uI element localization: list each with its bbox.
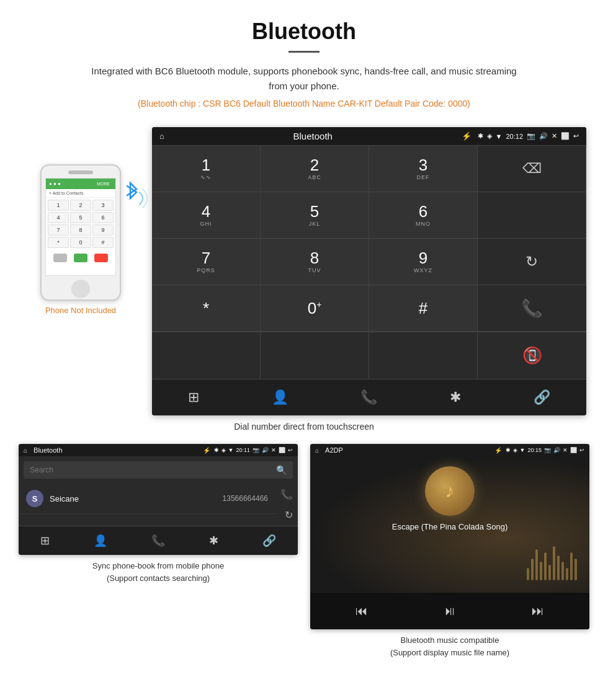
dial-tool-grid[interactable]: ⊞ [181,386,207,409]
pb-bt: ✱ [214,447,219,453]
dial-empty-extra-1 [152,332,261,379]
phone-screen-header: ● ● ● MORE [46,179,115,189]
pb-cam: 📷 [253,447,259,453]
dial-key-backspace[interactable]: ⌫ [478,146,586,192]
dial-key-3[interactable]: 3DEF [369,146,478,192]
ds-location-icon: ◈ [487,132,492,140]
ms-cam: 📷 [544,447,551,453]
phone-key[interactable]: 4 [48,212,69,223]
dial-key-1[interactable]: 1∿∿ [152,146,261,192]
ms-close[interactable]: ✕ [563,447,568,453]
dial-key-refresh[interactable]: ↻ [478,239,586,285]
music-item: ⌂ A2DP ⚡ ✱ ◈ ▼ 20:15 📷 🔊 ✕ ⬜ ↩ [310,444,589,658]
pb-win[interactable]: ⬜ [279,447,285,453]
dial-key-star[interactable]: * [152,285,261,332]
dial-key-9[interactable]: 9WXYZ [369,239,478,285]
phone-key[interactable]: 1 [48,200,69,211]
dial-key-8[interactable]: 8TUV [261,239,369,285]
ds-close-icon[interactable]: ✕ [552,132,557,140]
pb-side-phone-icon[interactable]: 📞 [280,489,293,500]
phone-bottom-bar [46,251,115,265]
dial-key-5[interactable]: 5JKL [261,192,369,239]
music-controls: ⏮ ⏯ ⏭ [310,593,589,629]
phone-home-btn[interactable] [71,280,90,298]
pb-close[interactable]: ✕ [271,447,276,453]
ds-status-icons: ✱ ◈ ▼ 20:12 📷 🔊 ✕ ⬜ ↩ [478,132,579,140]
ms-back[interactable]: ↩ [579,447,584,453]
phone-key[interactable]: 2 [70,200,91,211]
phone-end-button[interactable] [94,254,108,262]
ms-bt: ✱ [506,447,511,453]
music-album-art: ♪ [425,466,475,516]
dial-toolbar: ⊞ 👤 📞 ✱ 🔗 [152,379,586,415]
eq-bar [527,568,529,580]
pb-status-icons: ✱ ◈ ▼ 20:11 📷 🔊 ✕ ⬜ ↩ [214,447,293,453]
dial-tool-contacts[interactable]: 👤 [264,386,296,409]
ds-home-icon[interactable]: ⌂ [159,131,164,141]
page-title: Bluetooth [12,19,596,45]
phone-key[interactable]: 6 [92,212,114,223]
ms-win[interactable]: ⬜ [570,447,577,453]
phone-key[interactable]: 7 [48,224,69,236]
pb-tool-grid[interactable]: ⊞ [34,531,56,550]
dial-tool-phone[interactable]: 📞 [353,386,385,409]
dial-tool-bluetooth[interactable]: ✱ [442,386,468,409]
pb-back[interactable]: ↩ [288,447,293,453]
bottom-section: ⌂ Bluetooth ⚡ ✱ ◈ ▼ 20:11 📷 🔊 ✕ ⬜ ↩ [0,444,608,671]
phone-key[interactable]: * [48,237,69,248]
pb-search-input[interactable] [30,466,272,474]
dial-key-7[interactable]: 7PQRS [152,239,261,285]
dial-empty-extra-2 [261,332,369,379]
pb-contact-row[interactable]: S Seicane 13566664466 [19,484,275,514]
phone-key[interactable]: 0 [70,237,91,248]
pb-statusbar: ⌂ Bluetooth ⚡ ✱ ◈ ▼ 20:11 📷 🔊 ✕ ⬜ ↩ [19,444,298,456]
pb-tool-contacts[interactable]: 👤 [87,531,114,550]
dial-key-call-green[interactable]: 📞 [478,285,586,332]
ds-window-icon[interactable]: ⬜ [561,132,570,140]
ds-time: 20:12 [506,133,523,140]
music-next-button[interactable]: ⏭ [523,600,553,622]
eq-bar [566,568,568,580]
phone-back-button[interactable] [53,254,67,262]
dial-key-hash[interactable]: # [369,285,478,332]
pb-side-refresh-icon[interactable]: ↻ [285,509,293,521]
pb-tool-bluetooth[interactable]: ✱ [203,531,225,550]
pb-search-bar: 🔍 [24,461,293,479]
main-dial-section: ● ● ● MORE + Add to Contacts 1 2 3 4 5 6… [0,127,608,415]
dial-tool-link[interactable]: 🔗 [526,386,558,409]
music-prev-button[interactable]: ⏮ [347,600,377,622]
phonebook-item: ⌂ Bluetooth ⚡ ✱ ◈ ▼ 20:11 📷 🔊 ✕ ⬜ ↩ [19,444,298,658]
pb-contact-list: S Seicane 13566664466 [19,484,275,526]
phone-key[interactable]: # [92,237,114,248]
pb-home-icon[interactable]: ⌂ [24,447,27,454]
eq-bar [570,552,573,580]
dial-key-call-red[interactable]: 📵 [478,332,586,379]
pb-loc: ◈ [221,447,226,453]
eq-bar [540,562,542,580]
pb-tool-phone[interactable]: 📞 [145,531,171,550]
title-divider [288,51,320,53]
pb-tool-link[interactable]: 🔗 [256,531,282,550]
phone-call-button[interactable] [74,254,87,262]
dial-key-0[interactable]: 0+ [261,285,369,332]
dial-key-4[interactable]: 4GHI [152,192,261,239]
ms-home-icon[interactable]: ⌂ [315,447,319,454]
pb-caption: Sync phone-book from mobile phone(Suppor… [92,560,224,584]
phone-key[interactable]: 8 [70,224,91,236]
music-play-pause-button[interactable]: ⏯ [435,600,465,622]
dial-key-2[interactable]: 2ABC [261,146,369,192]
phone-key[interactable]: 3 [92,200,114,211]
phone-key[interactable]: 9 [92,224,114,236]
ds-volume-icon: 🔊 [539,132,548,140]
ms-vol: 🔊 [553,447,560,453]
dial-key-empty-1 [478,192,586,239]
page-header: Bluetooth Integrated with BC6 Bluetooth … [0,0,608,127]
dial-key-6[interactable]: 6MNO [369,192,478,239]
eq-bar [531,559,534,580]
phone-screen: ● ● ● MORE + Add to Contacts 1 2 3 4 5 6… [45,178,116,276]
ds-back-icon[interactable]: ↩ [573,132,579,140]
phone-key[interactable]: 5 [70,212,91,223]
music-song-title: Escape (The Pina Colada Song) [392,522,507,531]
ms-usb: ⚡ [494,447,502,454]
phonebook-screen: ⌂ Bluetooth ⚡ ✱ ◈ ▼ 20:11 📷 🔊 ✕ ⬜ ↩ [19,444,298,555]
